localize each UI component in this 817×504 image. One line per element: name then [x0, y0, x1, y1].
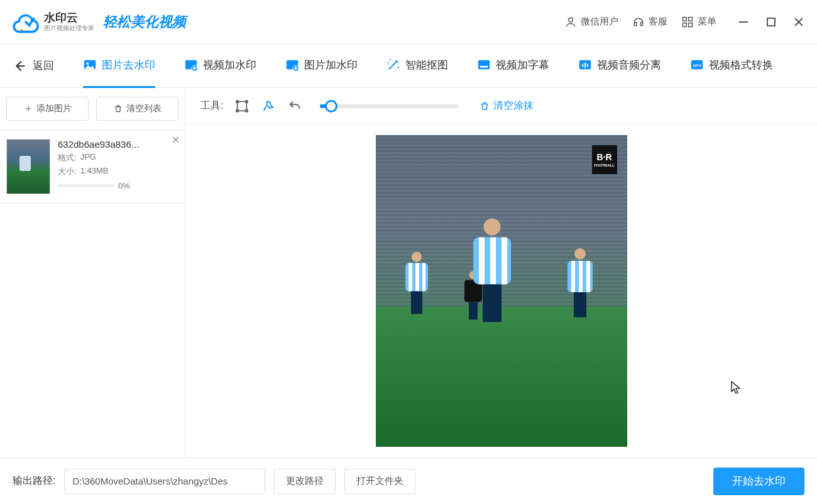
video-icon — [184, 58, 198, 72]
svg-point-26 — [236, 100, 239, 102]
tab-label: 视频加字幕 — [496, 58, 549, 72]
clear-smear-label: 清空涂抹 — [493, 99, 534, 112]
svg-rect-3 — [689, 17, 693, 21]
tab-video-subtitle[interactable]: 视频加字幕 — [477, 44, 549, 88]
svg-point-27 — [246, 100, 248, 102]
editor-toolbar: 工具: 清空涂抹 — [185, 88, 817, 124]
tab-label: 视频加水印 — [203, 58, 256, 72]
maximize-button[interactable] — [764, 15, 778, 29]
trash-icon — [114, 104, 123, 113]
main-tabs: 返回 图片去水印 视频加水印 图片加水印 智能抠图 视频加字幕 视频音频分离 M… — [0, 44, 817, 88]
tab-image-add-watermark[interactable]: 图片加水印 — [285, 44, 358, 88]
output-path-input[interactable] — [64, 469, 265, 494]
trash-icon — [480, 101, 490, 111]
remove-file-button[interactable]: ✕ — [172, 134, 180, 146]
sidebar: ＋ 添加图片 清空列表 632db6ae93a836... 格式:JPG 大小:… — [0, 88, 185, 457]
bottombar: 输出路径: 更改路径 打开文件夹 开始去水印 — [0, 457, 817, 504]
br-badge: B·R FOOTBALL — [592, 145, 617, 174]
progress-value: 0% — [118, 181, 130, 190]
tab-labelónsson: 视频格式转换 — [709, 58, 773, 72]
brush-tool[interactable] — [261, 99, 276, 114]
tab-label: 智能抠图 — [405, 58, 448, 72]
file-list-item[interactable]: 632db6ae93a836... 格式:JPG 大小:1.43MB 0% ✕ — [0, 130, 185, 204]
tab-smart-cutout[interactable]: 智能抠图 — [387, 44, 448, 88]
convert-icon: MP4 — [690, 58, 704, 72]
svg-point-28 — [236, 109, 239, 112]
svg-rect-5 — [689, 23, 693, 26]
arrow-left-icon — [13, 59, 26, 73]
headset-icon — [632, 16, 645, 28]
video-subtitle-icon — [477, 58, 491, 72]
titlebar: 水印云 图片视频处理专家 轻松美化视频 微信用户 客服 菜单 — [0, 0, 817, 44]
tab-label: 图片加水印 — [304, 58, 358, 72]
size-label: 大小: — [58, 166, 77, 177]
format-value: JPG — [80, 152, 96, 163]
tab-audio-separate[interactable]: 视频音频分离 — [578, 44, 661, 88]
brand-name: 水印云 — [44, 12, 94, 25]
preview-canvas[interactable]: B·R FOOTBALL — [185, 124, 817, 457]
tab-image-remove-watermark[interactable]: 图片去水印 — [83, 44, 155, 88]
svg-rect-21 — [480, 66, 488, 68]
add-image-label: 添加图片 — [36, 103, 72, 114]
back-button[interactable]: 返回 — [13, 58, 54, 73]
badge-sub: FOOTBALL — [594, 163, 615, 167]
change-path-button[interactable]: 更改路径 — [274, 469, 336, 494]
grid-icon — [681, 16, 694, 28]
svg-rect-4 — [683, 23, 687, 26]
wechat-user-button[interactable]: 微信用户 — [564, 16, 618, 28]
svg-text:MP4: MP4 — [693, 63, 701, 68]
svg-point-29 — [246, 109, 248, 112]
close-button[interactable] — [792, 15, 806, 29]
slider-thumb[interactable] — [325, 100, 337, 112]
brush-size-slider[interactable] — [320, 104, 458, 108]
svg-rect-25 — [238, 101, 247, 111]
menu-label: 菜单 — [698, 16, 716, 28]
tab-video-add-watermark[interactable]: 视频加水印 — [184, 44, 256, 88]
back-label: 返回 — [33, 58, 54, 73]
minimize-button[interactable] — [737, 15, 750, 29]
image-plus-icon — [285, 58, 299, 72]
workspace: ＋ 添加图片 清空列表 632db6ae93a836... 格式:JPG 大小:… — [0, 88, 817, 457]
progress-bar — [58, 184, 114, 187]
start-remove-watermark-button[interactable]: 开始去水印 — [713, 468, 804, 495]
svg-point-0 — [21, 29, 23, 31]
support-label: 客服 — [649, 16, 667, 28]
cloud-logo-icon — [11, 8, 39, 36]
svg-rect-20 — [478, 60, 490, 70]
size-value: 1.43MB — [80, 166, 109, 177]
open-folder-button[interactable]: 打开文件夹 — [344, 469, 415, 494]
tab-label: 视频音频分离 — [597, 58, 661, 72]
clear-smear-button[interactable]: 清空涂抹 — [480, 99, 534, 112]
thumbnail — [6, 139, 50, 194]
select-rect-tool[interactable] — [234, 99, 249, 114]
canvas-area: 工具: 清空涂抹 B·R FOOTBALL — [185, 88, 817, 457]
logo: 水印云 图片视频处理专家 — [11, 8, 94, 36]
audio-split-icon — [578, 58, 592, 72]
tools-label: 工具: — [200, 99, 223, 112]
clear-list-label: 清空列表 — [126, 103, 162, 114]
add-image-button[interactable]: ＋ 添加图片 — [6, 97, 89, 121]
preview-image: B·R FOOTBALL — [376, 135, 627, 447]
undo-button[interactable] — [287, 99, 302, 114]
user-icon — [564, 16, 577, 28]
svg-rect-2 — [683, 17, 687, 21]
svg-point-11 — [87, 62, 89, 65]
file-name: 632db6ae93a836... — [58, 139, 178, 150]
tagline: 轻松美化视频 — [103, 13, 186, 31]
svg-rect-7 — [767, 18, 775, 26]
svg-point-1 — [569, 18, 573, 22]
badge-text: B·R — [596, 152, 611, 162]
magic-wand-icon — [387, 58, 400, 72]
menu-button[interactable]: 菜单 — [681, 16, 716, 28]
tab-video-convert[interactable]: MP4 视频格式转换 — [690, 44, 773, 88]
support-button[interactable]: 客服 — [632, 16, 667, 28]
wechat-user-label: 微信用户 — [581, 16, 618, 28]
image-icon — [83, 58, 97, 72]
brand-sub: 图片视频处理专家 — [44, 25, 94, 31]
format-label: 格式: — [58, 152, 77, 163]
output-path-label: 输出路径: — [13, 474, 55, 488]
clear-list-button[interactable]: 清空列表 — [96, 97, 178, 121]
plus-icon: ＋ — [24, 103, 33, 114]
tab-label: 图片去水印 — [102, 58, 155, 72]
